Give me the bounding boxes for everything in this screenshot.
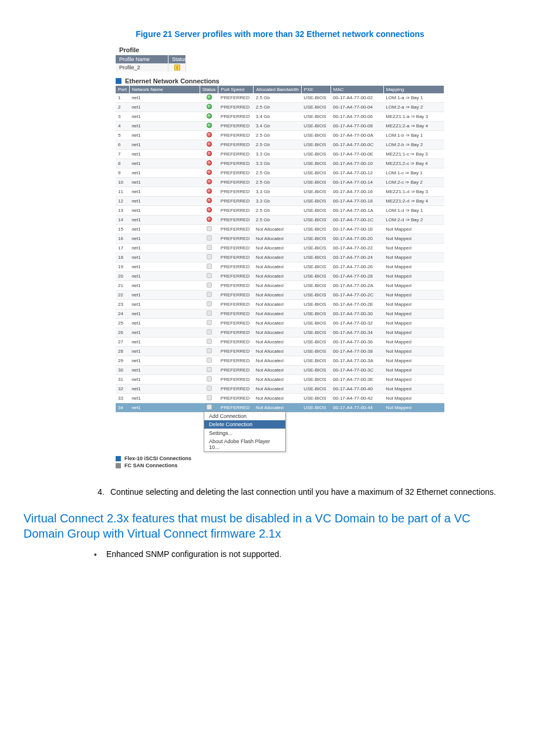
- table-row[interactable]: 21net1PREFERREDNot AllocatedUSE-BIOS00-1…: [116, 281, 444, 291]
- table-row[interactable]: 6net1PREFERRED2.5 GbUSE-BIOS00-17-A4-77-…: [116, 140, 444, 150]
- table-row[interactable]: 2net1PREFERRED2.5 GbUSE-BIOS00-17-A4-77-…: [116, 103, 444, 112]
- collapse-icon[interactable]: [116, 463, 121, 468]
- cell-pxe: USE-BIOS: [301, 159, 330, 168]
- cell-network: net1: [129, 384, 200, 394]
- screenshot-region: Profile Profile Name Status Profile_2 ! …: [116, 45, 444, 468]
- collapse-icon[interactable]: [116, 456, 121, 461]
- menu-delete-connection[interactable]: Delete Connection: [204, 420, 285, 428]
- menu-add-connection[interactable]: Add Connection: [204, 412, 285, 420]
- cell-mac: 00-17-A4-77-00-06: [330, 112, 383, 121]
- cell-mapping: Not Mapped: [383, 225, 444, 234]
- table-row[interactable]: 31net1PREFERREDNot AllocatedUSE-BIOS00-1…: [116, 375, 444, 384]
- fc-section-header[interactable]: FC SAN Connections: [116, 463, 444, 468]
- cell-mapping: LOM:1-a ⇒ Bay 1: [383, 93, 444, 103]
- table-row[interactable]: 20net1PREFERREDNot AllocatedUSE-BIOS00-1…: [116, 272, 444, 281]
- table-row[interactable]: 26net1PREFERREDNot AllocatedUSE-BIOS00-1…: [116, 328, 444, 337]
- table-row[interactable]: 10net1PREFERRED2.5 GbUSE-BIOS00-17-A4-77…: [116, 178, 444, 187]
- cell-status: [200, 337, 218, 347]
- col-network[interactable]: Network Name: [129, 86, 200, 93]
- table-row[interactable]: 16net1PREFERREDNot AllocatedUSE-BIOS00-1…: [116, 234, 444, 244]
- menu-about-flash[interactable]: About Adobe Flash Player 10...: [204, 437, 285, 451]
- cell-network: net1: [129, 112, 200, 121]
- col-bandwidth[interactable]: Allocated Bandwidth: [254, 86, 302, 93]
- table-row[interactable]: 5net1PREFERRED2.5 GbUSE-BIOS00-17-A4-77-…: [116, 131, 444, 140]
- status-icon: [207, 226, 212, 231]
- table-row[interactable]: 11net1PREFERRED3.3 GbUSE-BIOS00-17-A4-77…: [116, 187, 444, 197]
- table-row[interactable]: 32net1PREFERREDNot AllocatedUSE-BIOS00-1…: [116, 384, 444, 394]
- collapse-icon[interactable]: [116, 78, 122, 84]
- col-status[interactable]: Status: [200, 86, 218, 93]
- cell-speed: PREFERRED: [218, 262, 254, 272]
- cell-bandwidth: Not Allocated: [254, 253, 302, 262]
- cell-mac: 00-17-A4-77-00-04: [330, 103, 383, 112]
- status-icon: [207, 395, 212, 400]
- col-mac[interactable]: MAC: [330, 86, 383, 93]
- cell-pxe: USE-BIOS: [301, 244, 330, 253]
- cell-speed: PREFERRED: [218, 347, 254, 356]
- table-row[interactable]: 4net1PREFERRED3.4 GbUSE-BIOS00-17-A4-77-…: [116, 121, 444, 131]
- table-row[interactable]: 8net1PREFERRED3.3 GbUSE-BIOS00-17-A4-77-…: [116, 159, 444, 168]
- cell-network: net1: [129, 309, 200, 319]
- table-row[interactable]: 17net1PREFERREDNot AllocatedUSE-BIOS00-1…: [116, 244, 444, 253]
- cell-port: 24: [116, 309, 129, 319]
- cell-mac: 00-17-A4-77-00-38: [330, 347, 383, 356]
- table-row[interactable]: 28net1PREFERREDNot AllocatedUSE-BIOS00-1…: [116, 347, 444, 356]
- cell-bandwidth: Not Allocated: [254, 328, 302, 337]
- cell-speed: PREFERRED: [218, 225, 254, 234]
- cell-speed: PREFERRED: [218, 328, 254, 337]
- table-row[interactable]: 3net1PREFERRED3.4 GbUSE-BIOS00-17-A4-77-…: [116, 112, 444, 121]
- cell-port: 29: [116, 356, 129, 366]
- table-row[interactable]: 1net1PREFERRED2.5 GbUSE-BIOS00-17-A4-77-…: [116, 93, 444, 103]
- profile-status-value: !: [168, 63, 186, 72]
- table-row[interactable]: 24net1PREFERREDNot AllocatedUSE-BIOS00-1…: [116, 309, 444, 319]
- bullet-list: • Enhanced SNMP configuration is not sup…: [94, 549, 537, 560]
- table-row[interactable]: 30net1PREFERREDNot AllocatedUSE-BIOS00-1…: [116, 366, 444, 375]
- table-header-row: Port Network Name Status Port Speed Allo…: [116, 86, 444, 93]
- cell-bandwidth: Not Allocated: [254, 394, 302, 403]
- bullet-text: Enhanced SNMP configuration is not suppo…: [106, 549, 282, 559]
- col-port[interactable]: Port: [116, 86, 129, 93]
- cell-network: net1: [129, 319, 200, 328]
- col-pxe[interactable]: PXE: [301, 86, 330, 93]
- cell-mapping: Not Mapped: [383, 281, 444, 291]
- table-row[interactable]: 19net1PREFERREDNot AllocatedUSE-BIOS00-1…: [116, 262, 444, 272]
- table-row[interactable]: 29net1PREFERREDNot AllocatedUSE-BIOS00-1…: [116, 356, 444, 366]
- cell-port: 15: [116, 225, 129, 234]
- cell-mac: 00-17-A4-77-00-3A: [330, 356, 383, 366]
- table-row[interactable]: 18net1PREFERREDNot AllocatedUSE-BIOS00-1…: [116, 253, 444, 262]
- profile-status-header: Status: [168, 55, 186, 63]
- iscsi-section-header[interactable]: Flex-10 iSCSI Connections: [116, 455, 444, 461]
- cell-speed: PREFERRED: [218, 300, 254, 309]
- cell-port: 25: [116, 319, 129, 328]
- table-row[interactable]: 25net1PREFERREDNot AllocatedUSE-BIOS00-1…: [116, 319, 444, 328]
- table-row[interactable]: 22net1PREFERREDNot AllocatedUSE-BIOS00-1…: [116, 291, 444, 300]
- status-icon: [207, 141, 212, 147]
- col-mapping[interactable]: Mapping: [383, 86, 444, 93]
- table-row[interactable]: 7net1PREFERRED3.3 GbUSE-BIOS00-17-A4-77-…: [116, 150, 444, 159]
- table-row[interactable]: 33net1PREFERREDNot AllocatedUSE-BIOS00-1…: [116, 394, 444, 403]
- cell-bandwidth: Not Allocated: [254, 384, 302, 394]
- cell-port: 2: [116, 103, 129, 112]
- cell-status: [200, 253, 218, 262]
- cell-speed: PREFERRED: [218, 103, 254, 112]
- sub-sections: Flex-10 iSCSI Connections FC SAN Connect…: [116, 455, 444, 468]
- ethernet-section-header[interactable]: Ethernet Network Connections: [116, 77, 444, 85]
- cell-mapping: Not Mapped: [383, 253, 444, 262]
- table-row[interactable]: 14net1PREFERRED2.5 GbUSE-BIOS00-17-A4-77…: [116, 215, 444, 225]
- cell-status: [200, 150, 218, 159]
- menu-settings[interactable]: Settings...: [204, 428, 285, 437]
- cell-network: net1: [129, 403, 200, 413]
- table-row[interactable]: 15net1PREFERREDNot AllocatedUSE-BIOS00-1…: [116, 225, 444, 234]
- cell-port: 31: [116, 375, 129, 384]
- cell-network: net1: [129, 187, 200, 197]
- table-row[interactable]: 13net1PREFERRED2.5 GbUSE-BIOS00-17-A4-77…: [116, 206, 444, 215]
- cell-bandwidth: 2.5 Gb: [254, 140, 302, 150]
- table-row[interactable]: 12net1PREFERRED3.3 GbUSE-BIOS00-17-A4-77…: [116, 197, 444, 206]
- table-row[interactable]: 27net1PREFERREDNot AllocatedUSE-BIOS00-1…: [116, 337, 444, 347]
- col-speed[interactable]: Port Speed: [218, 86, 254, 93]
- status-icon: [207, 339, 212, 344]
- table-row[interactable]: 23net1PREFERREDNot AllocatedUSE-BIOS00-1…: [116, 300, 444, 309]
- status-icon: [207, 292, 212, 297]
- table-row[interactable]: 9net1PREFERRED2.5 GbUSE-BIOS00-17-A4-77-…: [116, 168, 444, 178]
- cell-status: [200, 121, 218, 131]
